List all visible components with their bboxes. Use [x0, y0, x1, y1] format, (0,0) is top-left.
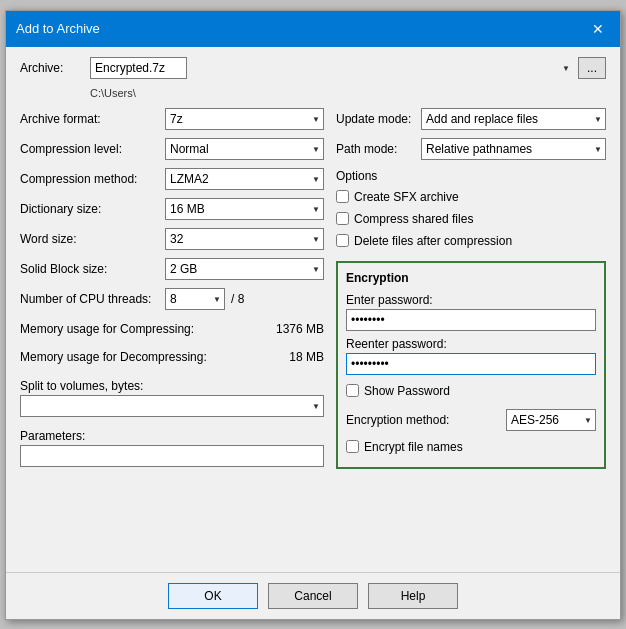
memory-decompressing-value: 18 MB — [289, 350, 324, 364]
archive-label: Archive: — [20, 61, 90, 75]
archive-select-wrapper: Encrypted.7z — [90, 57, 574, 79]
compression-method-row: Compression method: LZMA2 — [20, 167, 324, 191]
memory-compressing-label: Memory usage for Compressing: — [20, 322, 276, 336]
path-mode-select[interactable]: Relative pathnames — [421, 138, 606, 160]
compress-shared-label: Compress shared files — [354, 212, 473, 226]
left-panel: Archive format: 7z Compression level: No… — [20, 107, 324, 562]
main-content: Archive format: 7z Compression level: No… — [20, 107, 606, 562]
encryption-method-select-wrapper: AES-256 — [506, 409, 596, 431]
dictionary-size-row: Dictionary size: 16 MB — [20, 197, 324, 221]
title-bar: Add to Archive ✕ — [6, 11, 620, 47]
enter-password-group: Enter password: — [346, 293, 596, 331]
encryption-method-select[interactable]: AES-256 — [506, 409, 596, 431]
cpu-threads-row: Number of CPU threads: 8 / 8 — [20, 287, 324, 311]
archive-format-select-wrapper: 7z — [165, 108, 324, 130]
delete-files-label: Delete files after compression — [354, 234, 512, 248]
options-title: Options — [336, 169, 606, 183]
dictionary-size-select[interactable]: 16 MB — [165, 198, 324, 220]
create-sfx-label: Create SFX archive — [354, 190, 459, 204]
encryption-title: Encryption — [346, 271, 596, 285]
encryption-method-label: Encryption method: — [346, 413, 506, 427]
update-mode-select-wrapper: Add and replace files — [421, 108, 606, 130]
memory-decompressing-row: Memory usage for Decompressing: 18 MB — [20, 347, 324, 367]
help-button[interactable]: Help — [368, 583, 458, 609]
cpu-select[interactable]: 8 — [165, 288, 225, 310]
delete-files-row: Delete files after compression — [336, 231, 606, 251]
create-sfx-checkbox[interactable] — [336, 190, 349, 203]
ok-button[interactable]: OK — [168, 583, 258, 609]
parameters-input[interactable] — [20, 445, 324, 467]
compression-method-label: Compression method: — [20, 172, 165, 186]
right-panel: Update mode: Add and replace files Path … — [336, 107, 606, 562]
cpu-max-label: / 8 — [231, 292, 244, 306]
solid-block-select-wrapper: 2 GB — [165, 258, 324, 280]
dialog-footer: OK Cancel Help — [6, 572, 620, 619]
archive-row: Archive: Encrypted.7z ... — [20, 57, 606, 79]
memory-decompressing-label: Memory usage for Decompressing: — [20, 350, 289, 364]
enter-password-label: Enter password: — [346, 293, 596, 307]
archive-format-select[interactable]: 7z — [165, 108, 324, 130]
cpu-threads-label: Number of CPU threads: — [20, 292, 165, 306]
dictionary-size-label: Dictionary size: — [20, 202, 165, 216]
reenter-password-label: Reenter password: — [346, 337, 596, 351]
dictionary-size-select-wrapper: 16 MB — [165, 198, 324, 220]
path-mode-row: Path mode: Relative pathnames — [336, 137, 606, 161]
word-size-select[interactable]: 32 — [165, 228, 324, 250]
word-size-label: Word size: — [20, 232, 165, 246]
solid-block-label: Solid Block size: — [20, 262, 165, 276]
path-mode-label: Path mode: — [336, 142, 421, 156]
reenter-password-group: Reenter password: — [346, 337, 596, 375]
memory-compressing-value: 1376 MB — [276, 322, 324, 336]
compression-level-label: Compression level: — [20, 142, 165, 156]
encrypt-names-label: Encrypt file names — [364, 440, 463, 454]
enter-password-input[interactable] — [346, 309, 596, 331]
compression-level-select-wrapper: Normal — [165, 138, 324, 160]
cpu-select-wrapper: 8 — [165, 288, 225, 310]
add-to-archive-dialog: Add to Archive ✕ Archive: Encrypted.7z .… — [5, 10, 621, 620]
cancel-button[interactable]: Cancel — [268, 583, 358, 609]
parameters-row: Parameters: — [20, 423, 324, 467]
compression-method-select-wrapper: LZMA2 — [165, 168, 324, 190]
dialog-title: Add to Archive — [16, 21, 100, 36]
compress-shared-checkbox[interactable] — [336, 212, 349, 225]
path-mode-select-wrapper: Relative pathnames — [421, 138, 606, 160]
update-mode-select[interactable]: Add and replace files — [421, 108, 606, 130]
encryption-method-row: Encryption method: AES-256 — [346, 409, 596, 431]
browse-button[interactable]: ... — [578, 57, 606, 79]
archive-select[interactable]: Encrypted.7z — [90, 57, 187, 79]
show-password-checkbox[interactable] — [346, 384, 359, 397]
show-password-row: Show Password — [346, 381, 596, 401]
compress-shared-row: Compress shared files — [336, 209, 606, 229]
create-sfx-row: Create SFX archive — [336, 187, 606, 207]
encrypt-names-checkbox[interactable] — [346, 440, 359, 453]
solid-block-select[interactable]: 2 GB — [165, 258, 324, 280]
reenter-password-input[interactable] — [346, 353, 596, 375]
split-row: Split to volumes, bytes: — [20, 379, 324, 417]
encrypt-names-row: Encrypt file names — [346, 437, 596, 457]
options-section: Options Create SFX archive Compress shar… — [336, 169, 606, 253]
update-mode-label: Update mode: — [336, 112, 421, 126]
encryption-box: Encryption Enter password: Reenter passw… — [336, 261, 606, 469]
update-mode-row: Update mode: Add and replace files — [336, 107, 606, 131]
word-size-row: Word size: 32 — [20, 227, 324, 251]
archive-format-row: Archive format: 7z — [20, 107, 324, 131]
split-label: Split to volumes, bytes: — [20, 379, 324, 393]
params-label: Parameters: — [20, 429, 324, 443]
word-size-select-wrapper: 32 — [165, 228, 324, 250]
show-password-label: Show Password — [364, 384, 450, 398]
compression-method-select[interactable]: LZMA2 — [165, 168, 324, 190]
compression-level-row: Compression level: Normal — [20, 137, 324, 161]
delete-files-checkbox[interactable] — [336, 234, 349, 247]
compression-level-select[interactable]: Normal — [165, 138, 324, 160]
split-select[interactable] — [20, 395, 324, 417]
solid-block-row: Solid Block size: 2 GB — [20, 257, 324, 281]
dialog-body: Archive: Encrypted.7z ... C:\Users\ Arch… — [6, 47, 620, 572]
archive-path-label: C:\Users\ — [90, 87, 606, 99]
archive-format-label: Archive format: — [20, 112, 165, 126]
memory-compressing-row: Memory usage for Compressing: 1376 MB — [20, 319, 324, 339]
archive-path-group: Encrypted.7z ... — [90, 57, 606, 79]
close-button[interactable]: ✕ — [586, 17, 610, 41]
split-select-wrapper — [20, 395, 324, 417]
